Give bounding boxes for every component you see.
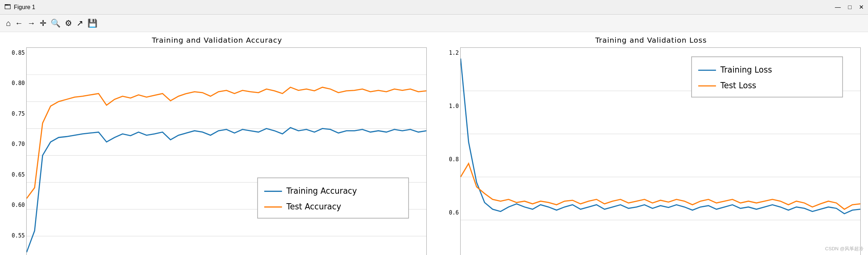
loss-chart-title: Training and Validation Loss xyxy=(595,36,707,45)
title-bar-left: 🗔 Figure 1 xyxy=(4,3,35,11)
save-button[interactable]: 💾 xyxy=(87,19,97,28)
acc-y-label-3: 0.75 xyxy=(12,111,25,117)
svg-rect-7 xyxy=(258,178,408,218)
loss-chart-container: Training and Validation Loss 1.2 1.0 0.8… xyxy=(441,36,861,251)
svg-text:Test Accuracy: Test Accuracy xyxy=(286,202,341,211)
back-button[interactable]: ← xyxy=(15,19,23,28)
title-bar: 🗔 Figure 1 — □ ✕ xyxy=(0,0,868,15)
window-icon: 🗔 xyxy=(4,3,11,11)
acc-y-label-2: 0.80 xyxy=(12,80,25,86)
loss-y-label-4: 0.6 xyxy=(449,209,459,216)
move-button[interactable]: ✛ xyxy=(40,19,46,28)
toolbar: ⌂ ← → ✛ 🔍 ⚙ ↗ 💾 xyxy=(0,15,868,32)
window-title: Figure 1 xyxy=(14,4,35,11)
acc-y-label-1: 0.85 xyxy=(12,50,25,56)
acc-y-label-4: 0.70 xyxy=(12,141,25,147)
acc-y-label-7: 0.55 xyxy=(12,232,25,239)
accuracy-chart-container: Training and Validation Accuracy 0.85 0.… xyxy=(7,36,427,251)
loss-y-label-2: 1.0 xyxy=(449,103,459,109)
chart-button[interactable]: ↗ xyxy=(77,19,83,28)
loss-y-label-3: 0.8 xyxy=(449,156,459,163)
accuracy-chart-box: Training Accuracy Test Accuracy xyxy=(26,47,427,255)
charts-area: Training and Validation Accuracy 0.85 0.… xyxy=(0,32,868,255)
watermark: CSDN @风筝超冷 xyxy=(825,246,864,252)
title-bar-controls: — □ ✕ xyxy=(835,4,864,11)
accuracy-chart-title: Training and Validation Accuracy xyxy=(152,36,282,45)
loss-chart-box: Training Loss Test Loss xyxy=(460,47,861,255)
minimize-button[interactable]: — xyxy=(835,4,841,11)
svg-text:Training Loss: Training Loss xyxy=(720,65,772,74)
loss-svg: Training Loss Test Loss xyxy=(461,48,860,255)
close-button[interactable]: ✕ xyxy=(859,4,864,11)
accuracy-svg: Training Accuracy Test Accuracy xyxy=(27,48,426,255)
acc-y-label-6: 0.60 xyxy=(12,202,25,208)
zoom-button[interactable]: 🔍 xyxy=(51,19,60,28)
svg-text:Training Accuracy: Training Accuracy xyxy=(286,186,357,195)
acc-y-label-5: 0.65 xyxy=(12,171,25,178)
home-button[interactable]: ⌂ xyxy=(6,19,11,28)
forward-button[interactable]: → xyxy=(27,19,35,28)
maximize-button[interactable]: □ xyxy=(848,4,852,11)
svg-rect-16 xyxy=(692,57,842,97)
settings-button[interactable]: ⚙ xyxy=(65,19,72,28)
svg-text:Test Loss: Test Loss xyxy=(720,81,756,90)
loss-y-label-1: 1.2 xyxy=(449,50,459,56)
